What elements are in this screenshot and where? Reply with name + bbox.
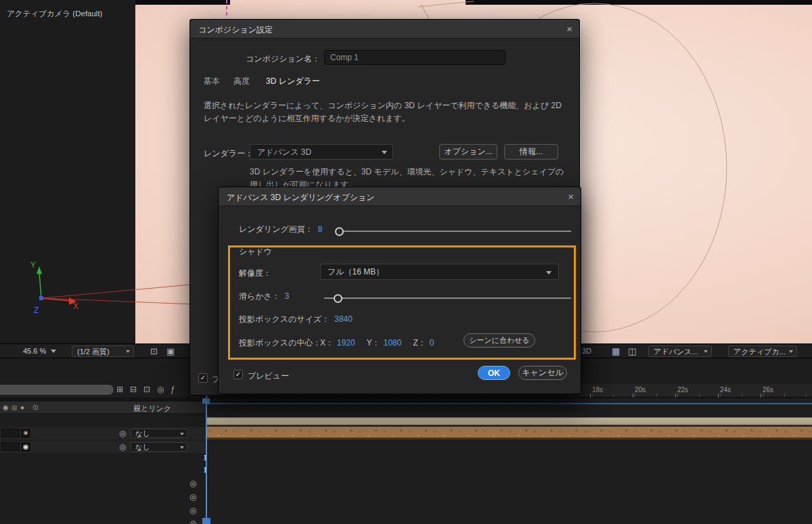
tab-3d-renderer[interactable]: 3D レンダラー [266,76,320,87]
tab-advanced[interactable]: 高度 [233,76,250,87]
pick-whip-icon[interactable]: ◎ [189,479,196,488]
comp-name-label: コンポジション名： [231,53,320,65]
ruler-label: 20s [635,386,646,394]
parent-value: なし [135,429,150,437]
chevron-down-icon [51,350,56,353]
work-area-bar[interactable] [206,403,812,404]
shy-layers-icon[interactable]: ⊡ [143,385,150,394]
renderer-quick-dropdown[interactable]: アドバンス... [648,346,712,357]
chevron-down-icon [704,350,708,353]
pick-whip-icon[interactable]: ◎ [189,506,196,515]
motion-blur-icon[interactable]: ƒ [171,385,175,394]
renderer-label: レンダラー： [204,148,253,160]
pick-whip-icon[interactable]: ◎ [189,519,196,524]
resolution-quality-dropdown[interactable]: (1/2 画質) [72,346,134,357]
lock-toggle[interactable] [11,442,20,451]
render-quality-label: レンダリング画質： [239,224,313,235]
lock-toggle[interactable] [11,429,20,437]
shadow-resolution-label: 解像度： [239,268,271,279]
solo-column-icon[interactable]: ● [20,404,24,411]
options-button[interactable]: オプション... [439,144,497,160]
shadow-resolution-dropdown[interactable]: フル（16 MB） [320,264,559,280]
view-layout-icon[interactable]: ▦ [612,346,620,356]
render-quality-slider[interactable] [336,227,571,235]
chevron-down-icon [546,271,551,275]
active-camera-dropdown[interactable]: アクティブカ... [728,346,797,357]
shadow-box-size-value[interactable]: 3840 [334,314,353,324]
preview-checkbox[interactable]: ✓ [233,370,243,379]
chevron-down-icon [789,350,793,353]
smoothness-value[interactable]: 3 [285,291,290,301]
coord-x-label: X： [320,337,334,349]
fit-to-scene-button[interactable]: シーンに合わせる [464,333,535,348]
timeline-search-bar[interactable] [0,385,114,395]
slider-track [324,297,571,299]
draft-3d-icon[interactable]: ⊟ [130,385,137,394]
after-effects-window: Y X Z アクティブカメラ (Default) 45.6 % (1/2 画質)… [0,0,812,524]
preview-label: プレビュー [248,371,289,382]
chevron-down-icon [126,350,130,353]
comp-name-input[interactable] [324,50,505,65]
visibility-toggle[interactable] [1,442,10,451]
pick-whip-icon[interactable]: ◎ [119,429,126,438]
resolution-quality-value: (1/2 画質) [77,347,110,357]
lock-column-icon[interactable]: ⊙ [32,404,38,411]
grid-guides-icon[interactable]: ▣ [166,346,175,356]
render-quality-value[interactable]: 8 [318,224,323,234]
layer-bar[interactable] [206,427,812,439]
renderer-quick-value: アドバンス... [654,347,698,357]
pick-whip-icon[interactable]: ◎ [189,492,196,502]
ok-button[interactable]: OK [478,366,510,380]
close-icon[interactable]: × [568,191,574,202]
ruler-label: 22s [677,386,688,394]
coord-z-label: Z： [413,337,426,349]
slider-knob[interactable] [335,227,344,236]
dialog-titlebar[interactable]: コンポジション設定 × [190,20,579,39]
coord-x-value[interactable]: 1920 [337,338,355,348]
slider-knob[interactable] [334,294,342,303]
ruler-label: 24s [720,386,731,394]
mini-flowchart-icon[interactable]: ⊞ [116,385,123,394]
dialog-title: コンポジション設定 [198,24,273,36]
chevron-down-icon [180,433,184,435]
layer-row: ◉ ◎ なし [0,441,206,453]
zoom-dropdown[interactable]: 45.6 % [23,347,56,355]
region-of-interest-icon[interactable]: ⊡ [150,346,158,356]
visibility-toggle[interactable] [1,429,10,437]
dialog-titlebar[interactable]: アドバンス 3D レンダリングオプション × [219,187,581,206]
slider-track [336,231,571,232]
parent-link-header: 親とリンク [133,404,171,414]
active-camera-label: アクティブカメラ (Default) [7,9,102,19]
coord-z-value[interactable]: 0 [430,338,434,348]
playhead-line[interactable] [206,384,207,524]
playhead-handle[interactable] [202,398,210,404]
eye-column-icon[interactable]: ◉ [3,404,9,411]
parent-dropdown[interactable]: なし [131,429,187,438]
ruler-label: 18s [592,386,603,394]
pick-whip-icon[interactable]: ◎ [119,442,126,452]
layer-bar[interactable] [206,417,812,425]
audio-column-icon[interactable]: ◎ [12,404,18,411]
layer-thumbnail-icon[interactable]: ✳ [20,428,31,439]
shadow-resolution-value: フル（16 MB） [328,266,384,278]
parent-dropdown[interactable]: なし [131,442,187,452]
split-view-icon[interactable]: ◫ [628,346,636,356]
ruler-label: 26s [763,386,773,394]
cancel-button[interactable]: キャンセル [518,366,567,380]
layer-row: ✳ ◎ なし [0,427,206,439]
shadow-group-label: シャドウ [239,246,272,258]
active-camera-value: アクティブカ... [734,347,786,357]
coord-y-value[interactable]: 1080 [384,338,402,348]
info-button[interactable]: 情報... [504,144,558,160]
frame-blend-icon[interactable]: ◎ [157,385,164,394]
smoothness-slider[interactable] [324,294,571,302]
preview-checkbox[interactable]: ✓ [198,373,208,383]
renderer-dropdown[interactable]: アドバンス 3D [250,144,393,160]
scene-edge-strip [466,0,812,5]
playhead-foot[interactable] [202,518,210,524]
layer-thumbnail-icon[interactable]: ◉ [20,442,31,452]
renderer-value: アドバンス 3D [257,146,311,158]
tab-basic[interactable]: 基本 [204,76,220,87]
chevron-down-icon [180,446,184,449]
close-icon[interactable]: × [566,23,572,34]
